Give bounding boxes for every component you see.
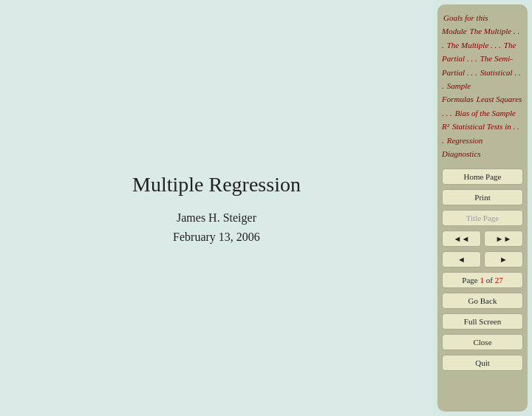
nav-link-6[interactable]: Sample Formulas	[442, 81, 475, 104]
nav-prev-button[interactable]: ◄	[442, 251, 481, 267]
full-screen-button[interactable]: Full Screen	[442, 313, 523, 330]
sidebar: Goals for this ModuleThe Multiple . . .T…	[437, 4, 528, 412]
home-page-button[interactable]: Home Page	[442, 168, 523, 185]
page-indicator: Page 1 of 27	[442, 272, 523, 288]
page-title: Multiple Regression	[132, 173, 301, 197]
quit-button[interactable]: Quit	[442, 355, 523, 371]
close-button[interactable]: Close	[442, 334, 523, 350]
page-of: of	[486, 276, 493, 284]
date: February 13, 2006	[173, 231, 260, 244]
nav-link-10[interactable]: Regression Diagnostics	[442, 135, 482, 159]
nav-first-last: ◄◄ ►►	[442, 231, 523, 247]
author: James H. Steiger	[177, 211, 256, 225]
nav-first-button[interactable]: ◄◄	[442, 231, 481, 247]
nav-last-button[interactable]: ►►	[484, 231, 523, 247]
page-current: 1	[480, 276, 484, 284]
print-button[interactable]: Print	[442, 189, 523, 205]
page-label: Page	[462, 276, 477, 284]
nav-prev-next: ◄ ►	[442, 251, 523, 267]
title-page-button[interactable]: Title Page	[442, 210, 523, 226]
page-total: 27	[495, 276, 503, 284]
main-content: Multiple Regression James H. Steiger Feb…	[0, 0, 433, 416]
nav-next-button[interactable]: ►	[484, 251, 523, 267]
nav-link-2[interactable]: The Multiple . . .	[446, 40, 502, 50]
nav-links: Goals for this ModuleThe Multiple . . .T…	[442, 10, 523, 160]
go-back-button[interactable]: Go Back	[442, 293, 523, 309]
